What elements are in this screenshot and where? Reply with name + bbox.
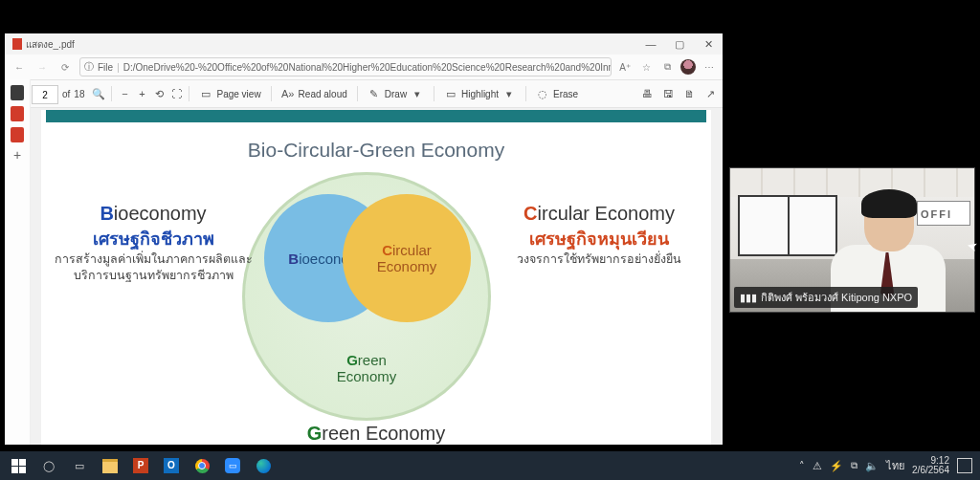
collections-button[interactable]: ⧉ [659, 59, 675, 75]
chevron-down-icon[interactable]: ▾ [411, 87, 424, 100]
start-button[interactable] [4, 451, 33, 480]
sidebar-pdf-icon[interactable] [11, 106, 24, 121]
cursor-icon: ➤ [965, 238, 979, 254]
zoom-icon[interactable]: ▭ [218, 451, 247, 480]
green-text: Green Economy เศรษฐกิจสีเขียว การผลิตที่… [41, 421, 711, 445]
zoom-in-button[interactable]: + [135, 87, 148, 100]
fit-button[interactable]: ⛶ [169, 87, 183, 100]
rotate-button[interactable]: ⟲ [152, 87, 166, 100]
url-text: D:/OneDrive%20-%20Office%20of%20National… [123, 62, 612, 73]
tray-sound-icon[interactable]: 🔈 [865, 460, 879, 472]
circular-text: Circular Economy เศรษฐกิจหมุนเวียน วงจรก… [499, 201, 700, 268]
screen: แสดงe_.pdf — ▢ ✕ ← → ⟳ ⓘ File | D:/OneDr… [0, 0, 980, 480]
page-indicator: of 18 [28, 83, 88, 104]
url-scheme: File [98, 62, 113, 73]
participant-label: ▮▮▮ กิติพงศ์ พร้อมวงศ์ Kitipong NXPO [734, 287, 918, 308]
browser-window: แสดงe_.pdf — ▢ ✕ ← → ⟳ ⓘ File | D:/OneDr… [5, 33, 723, 445]
participant-name: กิติพงศ์ พร้อมวงศ์ Kitipong NXPO [761, 289, 912, 306]
favorite-button[interactable]: ☆ [638, 59, 654, 75]
venn-circular: CircularEconomy [343, 194, 471, 322]
sidebar-add-button[interactable]: + [11, 148, 24, 164]
taskbar: ◯ ▭ P O ▭ ˄ ⚠ ⚡ ⧉ 🔈 ไทย 9:12 2/6/2564 [0, 451, 980, 480]
browser-tab[interactable]: แสดงe_.pdf [12, 37, 75, 52]
sidebar-item[interactable] [11, 85, 24, 100]
page-total: 18 [74, 89, 84, 99]
tray-lang[interactable]: ไทย [886, 457, 904, 474]
outlook-icon[interactable]: O [157, 451, 186, 480]
pdf-icon [12, 38, 22, 50]
edge-sidebar: + [5, 79, 31, 445]
page-view-icon: ▭ [199, 87, 212, 100]
notification-button[interactable] [957, 458, 972, 473]
task-view-button[interactable]: ▭ [65, 451, 94, 480]
search-button[interactable]: ◯ [34, 451, 63, 480]
highlight-button[interactable]: ▭ Highlight ▾ [440, 87, 520, 100]
address-bar: ← → ⟳ ⓘ File | D:/OneDrive%20-%20Office%… [5, 55, 723, 80]
url-field[interactable]: ⓘ File | D:/OneDrive%20-%20Office%20of%2… [79, 57, 612, 76]
tray-network-icon[interactable]: ⧉ [851, 460, 858, 471]
tab-title: แสดงe_.pdf [26, 37, 75, 52]
powerpoint-icon[interactable]: P [126, 451, 155, 480]
participant-tile[interactable]: OFFI ▮▮▮ กิติพงศ์ พร้อมวงศ์ Kitipong NXP… [729, 167, 975, 313]
sidebar-pdf-icon[interactable] [11, 127, 24, 142]
window-controls: — ▢ ✕ [636, 38, 723, 51]
tray-power-icon[interactable]: ⚡ [830, 460, 843, 472]
zoom-out-button[interactable]: − [118, 87, 131, 100]
page-view-button[interactable]: ▭ Page view [195, 87, 264, 100]
taskbar-clock[interactable]: 9:12 2/6/2564 [912, 456, 949, 476]
venn-green: GreenEconomy [242, 352, 491, 385]
save-as-button[interactable]: 🗎 [682, 87, 696, 100]
page-input[interactable] [32, 85, 58, 104]
pdf-viewport[interactable]: Bio-Circular-Green Economy Bioeconomy Ci… [5, 108, 723, 445]
profile-avatar[interactable] [680, 59, 696, 75]
more-button[interactable]: ⋯ [702, 59, 717, 75]
draw-icon: ✎ [368, 87, 381, 100]
pdf-toolbar: ▤ of 18 🔍 − + ⟲ ⛶ ▭ Page view A» Read al… [5, 80, 723, 108]
file-explorer-icon[interactable] [96, 451, 124, 480]
edge-icon[interactable] [249, 451, 278, 480]
slide-title: Bio-Circular-Green Economy [41, 139, 711, 162]
print-button[interactable]: 🖶 [640, 87, 654, 100]
tray-alert-icon[interactable]: ⚠ [813, 460, 822, 472]
read-aloud-button[interactable]: A» Read aloud [278, 87, 351, 100]
minimize-button[interactable]: — [636, 38, 665, 51]
chevron-down-icon[interactable]: ▾ [502, 87, 516, 100]
fullwidth-button[interactable]: ↗ [703, 87, 717, 100]
bioeconomy-text: Bioeconomy เศรษฐกิจชีวภาพ การสร้างมูลค่า… [53, 201, 254, 284]
find-button[interactable]: 🔍 [92, 87, 105, 100]
reload-button[interactable]: ⟳ [56, 62, 74, 73]
save-button[interactable]: 🖫 [661, 87, 675, 100]
venn-diagram: Bioeconomy CircularEconomy GreenEconomy [242, 167, 510, 435]
maximize-button[interactable]: ▢ [665, 38, 694, 51]
chrome-icon[interactable] [188, 451, 216, 480]
tray-up-icon[interactable]: ˄ [799, 460, 805, 472]
page-sep: of [62, 89, 70, 99]
highlight-icon: ▭ [444, 87, 457, 100]
pdf-page: Bio-Circular-Green Economy Bioeconomy Ci… [41, 110, 711, 445]
forward-button: → [33, 62, 51, 73]
clock-date: 2/6/2564 [912, 466, 949, 476]
system-tray: ˄ ⚠ ⚡ ⧉ 🔈 ไทย 9:12 2/6/2564 [799, 456, 976, 476]
site-info-icon[interactable]: ⓘ [84, 60, 94, 74]
back-button[interactable]: ← [11, 62, 28, 73]
draw-button[interactable]: ✎ Draw ▾ [364, 87, 428, 100]
erase-button[interactable]: ◌ Erase [532, 87, 582, 100]
signal-icon: ▮▮▮ [740, 292, 757, 304]
erase-icon: ◌ [536, 87, 549, 100]
titlebar: แสดงe_.pdf — ▢ ✕ [5, 33, 723, 55]
read-aloud-icon: A» [281, 87, 295, 100]
header-stripe [46, 110, 706, 122]
reader-mode-button[interactable]: A⁺ [617, 59, 633, 75]
close-button[interactable]: ✕ [694, 38, 723, 51]
